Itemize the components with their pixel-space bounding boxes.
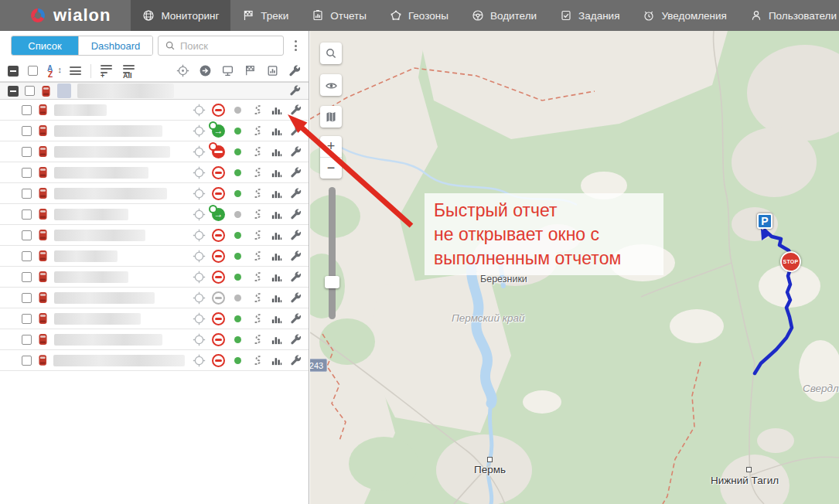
unit-properties-button[interactable] (288, 230, 304, 241)
zoom-slider[interactable] (329, 187, 336, 319)
unit-quick-report-button[interactable] (268, 125, 285, 137)
wialon-logo[interactable]: wialon (0, 0, 131, 31)
unit-quick-report-button[interactable] (268, 292, 285, 304)
unit-quick-track-button[interactable] (249, 229, 265, 241)
unit-row[interactable] (0, 100, 309, 121)
unit-checkbox[interactable] (22, 147, 32, 157)
unit-row[interactable] (0, 204, 309, 225)
unit-quick-report-button[interactable] (268, 146, 285, 158)
unit-properties-button[interactable] (288, 292, 304, 304)
unit-row[interactable] (0, 329, 309, 350)
map-search-button[interactable] (320, 43, 342, 64)
events-column-button[interactable] (221, 64, 234, 77)
unit-row[interactable] (0, 141, 309, 162)
unit-properties-button[interactable] (288, 167, 304, 179)
show-all-units-button[interactable]: All (123, 65, 136, 77)
unit-quick-report-button[interactable] (268, 188, 285, 199)
zoom-in-button[interactable]: + (320, 136, 342, 158)
unit-locate-button[interactable] (191, 145, 207, 158)
quick-track-column-button[interactable] (244, 64, 257, 77)
unit-quick-track-button[interactable] (249, 250, 265, 262)
unit-locate-button[interactable] (191, 312, 207, 325)
zoom-slider-handle[interactable] (325, 276, 339, 288)
group-collapse-icon[interactable] (8, 86, 19, 97)
parking-marker[interactable]: P (757, 213, 772, 229)
unit-quick-track-button[interactable] (249, 187, 265, 199)
unit-properties-button[interactable] (288, 209, 304, 220)
unit-locate-button[interactable] (191, 250, 207, 263)
unit-quick-track-button[interactable] (249, 124, 265, 137)
unit-checkbox[interactable] (22, 230, 32, 240)
properties-column-button[interactable] (288, 65, 301, 77)
unit-locate-button[interactable] (191, 291, 207, 305)
unit-quick-report-button[interactable] (268, 209, 285, 220)
unit-quick-report-button[interactable] (268, 334, 285, 346)
nav-item-users[interactable]: Пользователи (738, 0, 839, 31)
map-canvas[interactable]: Березники Пермский край Пермь Нижний Таг… (310, 31, 839, 504)
unit-quick-track-button[interactable] (249, 333, 265, 346)
unit-row[interactable] (0, 183, 309, 204)
stop-marker[interactable]: STOP (780, 251, 801, 272)
unit-locate-button[interactable] (191, 208, 207, 221)
unit-checkbox[interactable] (22, 251, 32, 261)
unit-quick-track-button[interactable] (249, 271, 265, 283)
unit-locate-button[interactable] (191, 187, 207, 200)
group-checkbox[interactable] (25, 86, 35, 96)
unit-checkbox[interactable] (22, 189, 32, 199)
nav-item-jobs[interactable]: Задания (548, 0, 631, 31)
unit-properties-button[interactable] (288, 146, 304, 158)
unit-properties-button[interactable] (288, 188, 304, 199)
unit-row[interactable] (0, 267, 309, 288)
unit-quick-report-button[interactable] (268, 167, 285, 179)
unit-quick-report-button[interactable] (268, 250, 285, 262)
nav-item-drivers[interactable]: Водители (460, 0, 548, 31)
unit-locate-button[interactable] (191, 333, 207, 346)
unit-checkbox[interactable] (22, 209, 32, 220)
unit-row[interactable] (0, 246, 309, 267)
panel-menu-button[interactable] (288, 37, 302, 54)
unit-checkbox[interactable] (22, 314, 32, 324)
unit-checkbox[interactable] (22, 335, 32, 345)
unit-quick-report-button[interactable] (268, 313, 285, 325)
unit-checkbox[interactable] (22, 272, 32, 282)
map-visibility-button[interactable] (320, 74, 342, 96)
unit-quick-report-button[interactable] (268, 271, 285, 283)
map-layers-button[interactable] (320, 106, 342, 128)
unit-checkbox[interactable] (22, 126, 32, 136)
unit-row[interactable] (0, 288, 309, 308)
unit-properties-button[interactable] (288, 104, 304, 116)
zoom-out-button[interactable]: − (320, 158, 342, 179)
unit-checkbox[interactable] (22, 105, 32, 115)
unit-locate-button[interactable] (191, 124, 207, 138)
unit-locate-button[interactable] (191, 166, 207, 179)
unit-properties-button[interactable] (288, 271, 304, 283)
unit-quick-track-button[interactable] (249, 104, 265, 116)
unit-properties-button[interactable] (288, 250, 304, 262)
unit-quick-track-button[interactable] (249, 354, 265, 366)
nav-item-tracks[interactable]: Треки (230, 0, 300, 31)
unit-quick-track-button[interactable] (249, 145, 265, 158)
unit-quick-report-button[interactable] (268, 230, 285, 241)
unit-group-row[interactable] (0, 82, 309, 100)
unit-locate-button[interactable] (191, 104, 207, 117)
locate-column-button[interactable] (176, 64, 189, 77)
unit-row[interactable] (0, 350, 309, 371)
unit-properties-button[interactable] (288, 355, 304, 366)
deselect-all-button[interactable] (8, 66, 19, 77)
unit-quick-report-button[interactable] (268, 355, 285, 366)
unit-checkbox[interactable] (22, 168, 32, 178)
group-properties-wrench[interactable] (289, 85, 301, 97)
tab-dashboard[interactable]: Dashboard (78, 36, 152, 55)
nav-item-geofences[interactable]: Геозоны (378, 0, 460, 31)
unit-row[interactable] (0, 225, 309, 246)
unit-checkbox[interactable] (22, 356, 32, 366)
unit-locate-button[interactable] (191, 229, 207, 242)
search-input[interactable]: Поиск (158, 36, 284, 56)
unit-row[interactable] (0, 308, 309, 329)
unit-locate-button[interactable] (191, 354, 207, 367)
unit-checkbox[interactable] (22, 293, 32, 303)
quick-report-column-button[interactable] (266, 64, 279, 77)
add-units-button[interactable]: + (101, 65, 114, 77)
unit-row[interactable] (0, 162, 309, 183)
unit-quick-report-button[interactable] (268, 104, 285, 116)
